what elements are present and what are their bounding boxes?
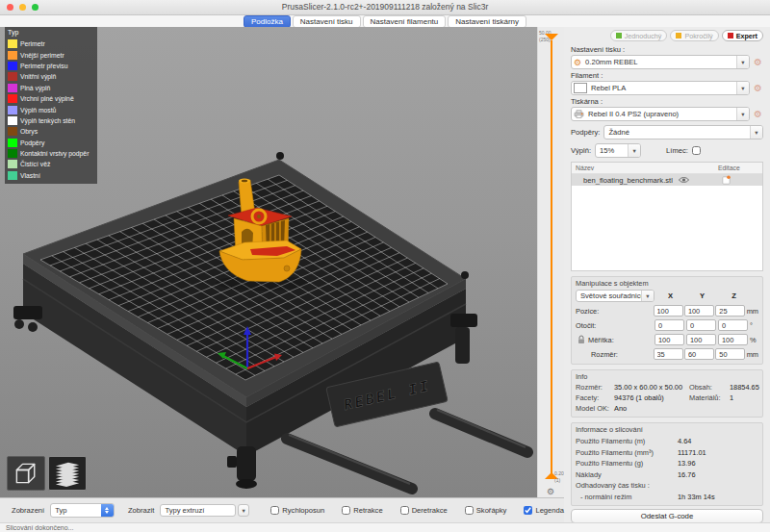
scale-y-field[interactable] [686,334,716,345]
shells-checkbox[interactable] [465,506,474,515]
printer-icon [574,110,584,118]
layers-icon [52,460,83,487]
status-bar: Slicování dokončeno... [0,522,770,532]
color-chip [8,160,17,168]
mode-expert-icon [728,33,733,38]
info-size: 35.00 x 60.00 x 50.00 [614,383,689,392]
unretractions-checkbox[interactable] [400,506,409,515]
edit-print-settings-gear-icon[interactable]: ⚙ [753,57,763,67]
object-row[interactable]: ben_floating_benchmark.stl [572,174,762,186]
rotate-y-field[interactable] [686,319,716,331]
chevron-down-icon[interactable]: ▾ [750,126,762,139]
mode-expert-button[interactable]: Expert [722,30,763,41]
tab-printer-settings[interactable]: Nastavení tiskárny [448,15,526,28]
slider-settings-gear-icon[interactable]: ⚙ [547,487,554,496]
view-select-label: Zobrazení [12,506,44,515]
object-manipulation-panel: Manipulace s objektem Světové souřadnice… [571,276,763,365]
filament-used-g: 13.96 [678,459,758,468]
chevron-down-icon[interactable]: ▾ [736,108,749,120]
position-z-field[interactable] [715,305,745,317]
filament-label: Filament : [571,71,763,80]
edit-filament-gear-icon[interactable]: ⚙ [753,83,763,93]
legend-item: Vnější perimetr [8,49,97,60]
prusaslicer-window: PrusaSlicer-2.1.0-rc2+-201909111218 zalo… [0,0,770,532]
tab-print-settings[interactable]: Nastavení tisku [293,15,361,28]
color-chip [8,139,17,147]
chevron-down-icon[interactable]: ▾ [736,56,749,68]
size-x-field[interactable] [654,348,683,360]
brim-checkbox[interactable] [692,146,701,155]
tab-filament-settings[interactable]: Nastavení filamentu [363,15,447,28]
travel-checkbox-group: Rychloposun [270,506,324,515]
column-edit: Editace [718,165,762,171]
info-facets: 94376 (1 obalů) [614,393,689,402]
scale-x-field[interactable] [654,334,684,345]
minimize-button[interactable] [19,4,26,11]
window-title: PrusaSlicer-2.1.0-rc2+-201909111218 zalo… [0,0,770,14]
show-feature-combo[interactable]: Typy extruzí [160,504,236,517]
chevron-down-icon[interactable]: ▾ [238,504,249,517]
size-z-field[interactable] [715,348,745,360]
edit-printer-gear-icon[interactable]: ⚙ [753,109,763,119]
rotate-z-field[interactable] [718,319,748,331]
color-chip [8,171,17,180]
zoom-button[interactable] [32,4,38,11]
edit-object-icon[interactable] [722,175,762,185]
send-gcode-button[interactable]: Odeslat G-code [571,509,763,523]
axis-x-header: X [654,291,686,300]
print-settings-combo[interactable]: ⚙ 0.20mm REBEL ▾ [571,55,750,69]
layer-slider-upper-handle[interactable] [545,34,558,40]
position-y-field[interactable] [684,305,714,317]
coordinate-system-combo[interactable]: Světové souřadnice ▾ [576,290,654,302]
filament-used-mm3: 11171.01 [678,448,758,457]
view-layers-button[interactable] [48,456,87,491]
mode-simple-button[interactable]: Jednoduchý [610,30,668,41]
unretractions-checkbox-group: Deretrakce [400,506,448,515]
scale-z-field[interactable] [718,334,748,345]
window-controls [7,4,38,11]
color-chip [8,149,17,158]
layer-slider-bottom-label: 0.20 (1) [554,470,564,483]
travel-checkbox[interactable] [270,506,279,515]
filament-combo[interactable]: Rebel PLA ▾ [571,81,750,95]
layer-slider-strip: 50.00 (250) 0.20 (1) ⚙ [537,27,565,497]
color-chip [8,84,17,92]
rotate-x-field[interactable] [654,319,684,331]
supports-combo[interactable]: Žádné ▾ [603,125,763,139]
chevron-down-icon[interactable]: ▾ [736,82,749,94]
tab-plater[interactable]: Podložka [244,15,291,28]
infill-combo[interactable]: 15% ▾ [595,143,641,158]
manipulation-title: Manipulace s objektem [576,279,758,289]
scale-row: Měřítka: % [576,334,758,345]
legend-item: Podpěry [8,138,97,148]
rotate-row: Otočit: ° [576,319,758,331]
color-chip [8,51,17,60]
column-name: Název [572,165,718,171]
chevron-down-icon[interactable]: ▾ [628,144,640,157]
legend-panel: Typ Perimetr Vnější perimetr Perimetr př… [5,27,97,184]
view-3d-button[interactable] [7,456,45,491]
object-list: Název Editace ben_floating_benchmark.stl [571,162,763,271]
print-settings-gear-icon: ⚙ [574,58,581,67]
lock-icon[interactable] [578,335,585,344]
sliced-info-title: Informace o slicování [576,425,758,435]
infill-value: 15% [596,146,628,155]
size-y-field[interactable] [684,348,714,360]
retractions-checkbox[interactable] [342,506,350,515]
color-chip [8,39,17,48]
view-select[interactable]: Typ [50,503,115,518]
mode-advanced-button[interactable]: Pokročilý [670,30,718,41]
eye-icon[interactable] [679,176,689,184]
legend-checkbox[interactable] [524,506,532,515]
close-button[interactable] [7,4,13,11]
3d-viewport[interactable]: REBEL II [0,27,537,497]
legend-title: Typ [8,29,97,38]
printer-combo[interactable]: Rebel II 0.4 PS2 (upraveno) ▾ [571,107,750,121]
position-x-field[interactable] [654,305,683,317]
info-title: Info [576,372,758,382]
axis-y-header: Y [686,291,718,300]
layer-slider-track[interactable] [551,40,552,473]
print-settings-value: 0.20mm REBEL [581,58,736,66]
chevron-down-icon[interactable]: ▾ [641,291,654,301]
color-chip [8,106,17,114]
